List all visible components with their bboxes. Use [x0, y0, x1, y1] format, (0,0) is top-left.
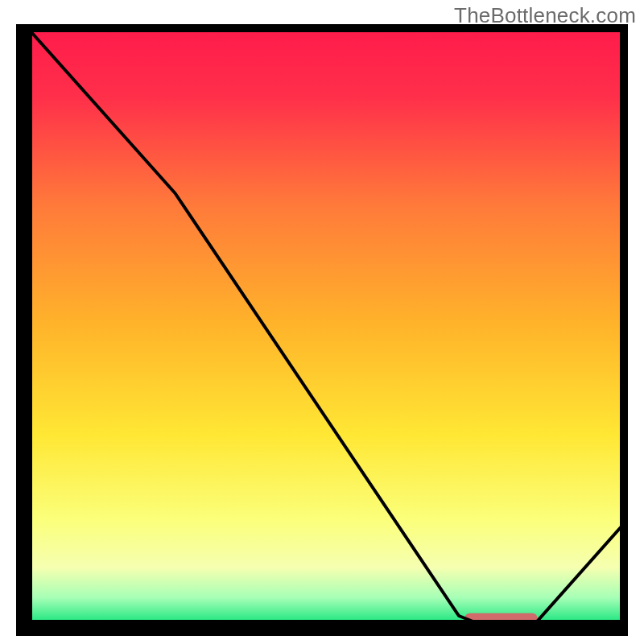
- watermark-text: TheBottleneck.com: [454, 3, 636, 28]
- gradient-rect: [24, 24, 628, 628]
- chart-svg: [16, 24, 628, 636]
- chart-area: [16, 24, 628, 636]
